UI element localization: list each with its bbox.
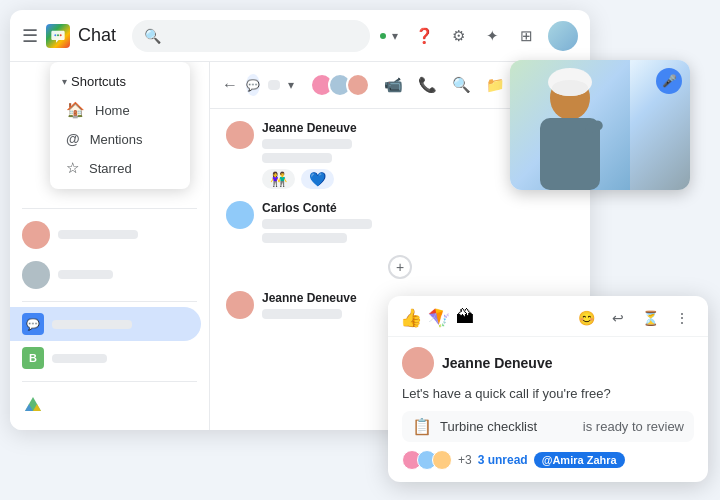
notif-reply-icon[interactable]: ↩: [604, 304, 632, 332]
notif-emoji-left: 👍 🪁 🏔: [400, 307, 474, 329]
video-pip: 🎤 You: [510, 60, 690, 190]
search-icon: 🔍: [144, 28, 161, 44]
video-icon[interactable]: 📹: [378, 70, 408, 100]
notif-emoji-mountain[interactable]: 🏔: [456, 307, 474, 328]
search-bar[interactable]: 🔍: [132, 20, 370, 52]
status-dot: [378, 31, 388, 41]
msg-line-1b: [262, 153, 332, 163]
notif-footer-avatars: [402, 450, 452, 470]
notif-more-icon[interactable]: ⋮: [668, 304, 696, 332]
notif-smiley-icon[interactable]: 😊: [572, 304, 600, 332]
msg-line-3a: [262, 309, 342, 319]
sidebar-item-home[interactable]: 🏠 Home: [54, 95, 186, 125]
sidebar-avatar-1: [22, 221, 50, 249]
sidebar-item-mentions[interactable]: @ Mentions: [54, 125, 186, 153]
msg-content-3: Jeanne Deneuve: [262, 291, 357, 319]
sidebar-separator-3: [22, 381, 197, 382]
shortcuts-header[interactable]: ▾ Shortcuts: [50, 68, 190, 95]
settings-icon[interactable]: ⚙: [444, 22, 472, 50]
phone-icon[interactable]: 📞: [412, 70, 442, 100]
participants-avatars[interactable]: [310, 73, 370, 97]
sidebar-name-active: [52, 320, 132, 329]
shortcuts-dropdown: ▾ Shortcuts 🏠 Home @ Mentions ☆ Starred: [50, 62, 190, 189]
top-bar: ☰ Chat 🔍 ▾ ❓ ⚙ ✦ ⊞: [10, 10, 590, 62]
status-chevron[interactable]: ▾: [392, 29, 398, 43]
svg-point-9: [552, 80, 588, 96]
sidebar-chat-icon: 💬: [22, 313, 44, 335]
msg-avatar-jeanne-2: [226, 291, 254, 319]
grid-icon[interactable]: ⊞: [512, 22, 540, 50]
notif-mention-badge[interactable]: @Amira Zahra: [534, 452, 625, 468]
sidebar-separator-2: [22, 301, 197, 302]
sidebar-chat-item-active[interactable]: 💬: [10, 307, 201, 341]
sidebar-chat-item-3[interactable]: B: [10, 341, 201, 375]
notif-emoji-kite[interactable]: 🪁: [428, 307, 450, 329]
sidebar-chat-item-3-icon: B: [22, 347, 44, 369]
shortcuts-home-label: Home: [95, 103, 130, 118]
shortcuts-chevron: ▾: [62, 76, 67, 87]
top-bar-icons: ❓ ⚙ ✦ ⊞: [410, 22, 540, 50]
msg-content-2: Carlos Conté: [262, 201, 372, 243]
msg-reactions-1: 👫 💙: [262, 169, 357, 189]
reaction-emoji-1[interactable]: 👫: [262, 169, 295, 189]
notif-sender-avatar: [402, 347, 434, 379]
msg-avatar-jeanne-1: [226, 121, 254, 149]
notif-message-text: Let's have a quick call if you're free?: [402, 385, 694, 403]
notif-emoji-thumbs[interactable]: 👍: [400, 307, 422, 329]
app-title: Chat: [78, 25, 116, 46]
folder-icon[interactable]: 📁: [480, 70, 510, 100]
add-icon[interactable]: ✦: [478, 22, 506, 50]
room-badge: 💬: [246, 74, 260, 96]
notif-file-action: is ready to review: [583, 419, 684, 434]
room-name: [268, 80, 280, 90]
sidebar-name-1: [58, 230, 138, 239]
status-container: ▾: [378, 29, 398, 43]
notif-count: +3: [458, 453, 472, 467]
sidebar-item-starred[interactable]: ☆ Starred: [54, 153, 186, 183]
notif-file-icon: 📋: [412, 417, 432, 436]
search-input[interactable]: [167, 20, 358, 52]
msg-content-1: Jeanne Deneuve 👫 💙: [262, 121, 357, 189]
reaction-emoji-2[interactable]: 💙: [301, 169, 334, 189]
msg-avatar-carlos: [226, 201, 254, 229]
notif-hourglass-icon[interactable]: ⏳: [636, 304, 664, 332]
msg-line-2a: [262, 219, 372, 229]
msg-sender-2: Carlos Conté: [262, 201, 372, 215]
shortcuts-starred-label: Starred: [89, 161, 132, 176]
home-icon: 🏠: [66, 101, 85, 119]
help-icon[interactable]: ❓: [410, 22, 438, 50]
drive-item[interactable]: [10, 388, 209, 422]
sidebar-chat-item-2[interactable]: [10, 255, 201, 295]
video-mic-btn[interactable]: 🎤: [656, 68, 682, 94]
sidebar: ▾ Shortcuts 🏠 Home @ Mentions ☆ Starred: [10, 62, 210, 430]
msg-line-1a: [262, 139, 352, 149]
shortcuts-label: Shortcuts: [71, 74, 126, 89]
svg-point-1: [57, 34, 59, 36]
starred-icon: ☆: [66, 159, 79, 177]
back-icon[interactable]: ←: [222, 76, 238, 94]
notif-unread-label[interactable]: 3 unread: [478, 453, 528, 467]
notif-header-row: Jeanne Deneuve: [402, 347, 694, 379]
svg-point-2: [60, 34, 62, 36]
sidebar-chat-item-1[interactable]: [10, 215, 201, 255]
notif-emoji-bar: 👍 🪁 🏔 😊 ↩ ⏳ ⋮: [388, 296, 708, 337]
notif-file-name: Turbine checklist: [440, 419, 575, 434]
drive-icon: [22, 394, 44, 416]
message-row-2: Carlos Conté: [226, 201, 574, 243]
notif-mini-avatar-3: [432, 450, 452, 470]
svg-point-0: [54, 34, 56, 36]
msg-sender-3: Jeanne Deneuve: [262, 291, 357, 305]
add-message-icon[interactable]: +: [388, 255, 412, 279]
app-logo: [46, 24, 70, 48]
hamburger-icon[interactable]: ☰: [22, 25, 38, 47]
sidebar-name-3: [52, 354, 107, 363]
room-chevron[interactable]: ▾: [288, 78, 294, 92]
user-avatar[interactable]: [548, 21, 578, 51]
msg-line-2b: [262, 233, 347, 243]
video-bg: 🎤: [510, 60, 690, 190]
sidebar-name-2: [58, 270, 113, 279]
notif-file-row[interactable]: 📋 Turbine checklist is ready to review: [402, 411, 694, 442]
sidebar-avatar-2: [22, 261, 50, 289]
search-chat-icon[interactable]: 🔍: [446, 70, 476, 100]
shortcuts-mentions-label: Mentions: [90, 132, 143, 147]
